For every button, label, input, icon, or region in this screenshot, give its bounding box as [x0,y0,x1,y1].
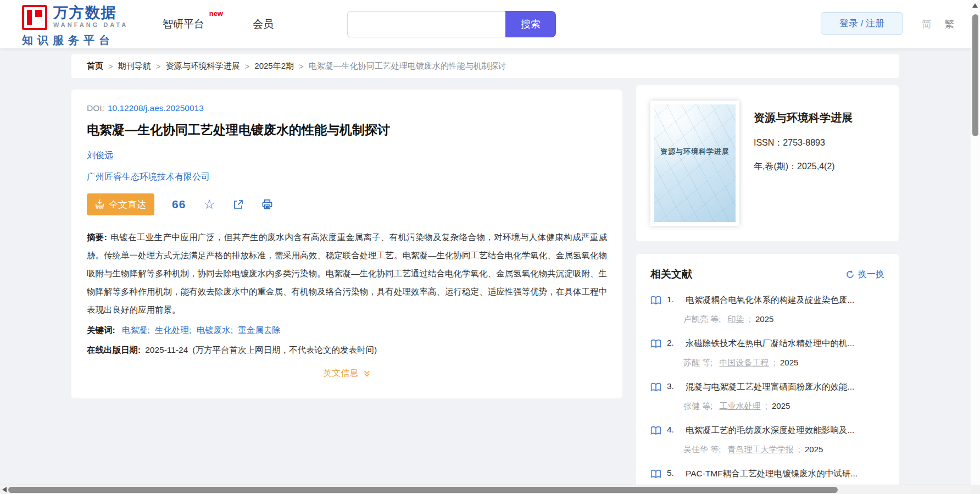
related-item-number: 4. [667,425,680,435]
related-source-link[interactable]: 工业水处理 [720,401,761,410]
related-item-number: 2. [667,338,680,348]
related-item-meta: 吴佳华 等; 青岛理工大学学报 ; 2025 [650,445,884,455]
meta-separator: ; [765,401,767,410]
related-item-meta: 苏醒 等; 中国设备工程 ; 2025 [650,358,884,368]
pubdate-note: (万方平台首次上网日期，不代表论文的发表时间) [192,345,377,354]
fulltext-label: 全文直达 [109,198,146,211]
breadcrumb: 首页 > 期刊导航 > 资源与环境科学进展 > 2025年2期 > 电絮凝—生化… [71,54,899,78]
header-nav: 智研平台 new 会员 [163,0,274,48]
fulltext-button[interactable]: free 全文直达 [87,193,154,215]
keyword-link[interactable]: 电镀废水 [197,325,231,335]
english-info-toggle[interactable]: 英文信息 [87,368,607,379]
meta-separator: ; [773,358,776,367]
related-item: 5. PAC-TMF耦合工艺处理电镀镍废水的中试研... [650,468,884,481]
scroll-left-arrow-icon[interactable] [2,487,7,492]
search-bar: 搜索 [347,11,556,37]
keyword-link[interactable]: 生化处理 [155,325,189,335]
author-link[interactable]: 刘俊远 [87,150,607,162]
related-item-title[interactable]: 混凝与电絮凝工艺处理富硒面粉废水的效能... [686,381,884,393]
related-item: 3. 混凝与电絮凝工艺处理富硒面粉废水的效能... 张健 等; 工业水处理 ; … [650,381,884,412]
login-register-button[interactable]: 登录 / 注册 [821,12,903,35]
related-year: 2025 [780,358,798,367]
abstract-text: 电镀在工业生产中应用广泛，但其产生的废水内含有高浓度重金属离子、有机污染物及复杂… [87,232,607,314]
vertical-scrollbar-thumb[interactable] [972,14,978,136]
refresh-related-button[interactable]: 换一换 [845,269,884,280]
related-item-title[interactable]: PAC-TMF耦合工艺处理电镀镍废水的中试研... [686,468,884,480]
keyword-link[interactable]: 电絮凝 [122,325,148,335]
journal-volume-row: 年,卷(期)：2025,4(2) [754,161,853,173]
book-icon [650,426,661,437]
pubdate-label: 在线出版日期: [87,345,141,354]
scrollbar-corner [971,485,980,494]
refresh-icon [845,270,855,279]
share-export-icon[interactable] [233,199,244,210]
lang-traditional[interactable]: 繁 [944,18,954,31]
journal-cover-title: 资源与环境科学进展 [654,147,736,157]
brand-tagline: 知识服务平台 [22,33,128,48]
related-item-number: 5. [667,468,680,478]
journal-name[interactable]: 资源与环境科学进展 [754,110,853,125]
refresh-label: 换一换 [858,269,884,280]
keyword-separator: ; [231,325,233,335]
pubdate-value: 2025-11-24 [145,345,188,354]
search-button[interactable]: 搜索 [505,11,556,37]
keyword-link[interactable]: 重金属去除 [238,325,281,335]
related-authors: 张健 等; [683,401,712,410]
related-item-title[interactable]: 永磁除铁技术在热电厂凝结水精处理中的机... [686,338,884,349]
page: 万方数据 WANFANG DATA 知识服务平台 智研平台 new 会员 搜索 … [0,0,980,494]
vertical-scrollbar[interactable] [971,0,980,485]
horizontal-scrollbar-thumb[interactable] [8,487,838,493]
related-source-link[interactable]: 青岛理工大学学报 [728,445,794,454]
nav-member-label: 会员 [253,18,274,30]
nav-member[interactable]: 会员 [253,17,274,31]
search-input[interactable] [347,11,505,37]
related-item-title[interactable]: 电絮凝工艺的毛纺废水深度处理效能影响及... [686,425,884,436]
volume-label: 年,卷(期)： [754,162,797,171]
issn-value: 2753-8893 [783,138,825,147]
abstract-label: 摘要: [87,232,107,242]
related-list: 1. 电絮凝耦合电氧化体系的构建及靛蓝染色废... 卢凯亮 等; 印染 ; 20… [650,295,884,481]
journal-cover[interactable]: 资源与环境科学进展 [650,101,739,226]
brand-name-en: WANFANG DATA [53,21,128,28]
brand-name: 万方数据 [53,5,128,20]
breadcrumb-separator: > [245,62,250,71]
related-item-meta: 卢凯亮 等; 印染 ; 2025 [650,314,884,325]
related-source-link[interactable]: 印染 [728,314,744,324]
related-item-number: 3. [667,381,680,391]
download-free-icon: free [95,199,104,210]
new-badge: new [209,9,223,18]
favorite-star-icon[interactable]: ☆ [203,199,215,210]
scroll-up-arrow-icon[interactable] [972,3,978,8]
abstract: 摘要:电镀在工业生产中应用广泛，但其产生的废水内含有高浓度重金属离子、有机污染物… [87,228,607,319]
keyword-separator: ; [147,325,149,335]
affiliation-link[interactable]: 广州匠睿生态环境技术有限公司 [87,171,607,183]
related-source-link[interactable]: 中国设备工程 [720,358,769,367]
nav-zhiyan-label: 智研平台 [163,18,204,30]
related-item: 2. 永磁除铁技术在热电厂凝结水精处理中的机... 苏醒 等; 中国设备工程 ;… [650,338,884,368]
keywords-label: 关键词: [87,325,115,335]
lang-simplified[interactable]: 简 [922,18,932,31]
breadcrumb-home[interactable]: 首页 [87,61,103,71]
wanfang-logo-icon [22,5,47,30]
related-authors: 苏醒 等; [683,358,712,367]
wanfang-logo[interactable]: 万方数据 WANFANG DATA 知识服务平台 [22,5,128,48]
breadcrumb-issue[interactable]: 2025年2期 [254,61,294,71]
journal-cover-image: 资源与环境科学进展 [654,104,736,222]
print-icon[interactable] [261,199,273,210]
meta-separator: ; [749,314,751,324]
online-pubdate-row: 在线出版日期:2025-11-24(万方平台首次上网日期，不代表论文的发表时间) [87,345,607,356]
related-header: 相关文献 换一换 [650,267,884,281]
cite-icon[interactable]: 66 [172,198,186,211]
breadcrumb-journal-nav[interactable]: 期刊导航 [118,61,151,71]
free-tag: free [96,206,104,210]
horizontal-scrollbar[interactable] [0,485,971,494]
double-chevron-down-icon [363,370,371,378]
related-item-title[interactable]: 电絮凝耦合电氧化体系的构建及靛蓝染色废... [686,295,884,306]
doi-link[interactable]: 10.12208/j.aes.20250013 [108,103,204,113]
nav-zhiyan-platform[interactable]: 智研平台 new [163,17,204,31]
breadcrumb-journal[interactable]: 资源与环境科学进展 [166,61,240,71]
language-switch: 简 繁 [922,0,954,48]
related-year: 2025 [755,314,773,324]
lang-divider [938,19,938,29]
article-detail-card: DOI:10.12208/j.aes.20250013 电絮凝—生化协同工艺处理… [71,90,622,398]
